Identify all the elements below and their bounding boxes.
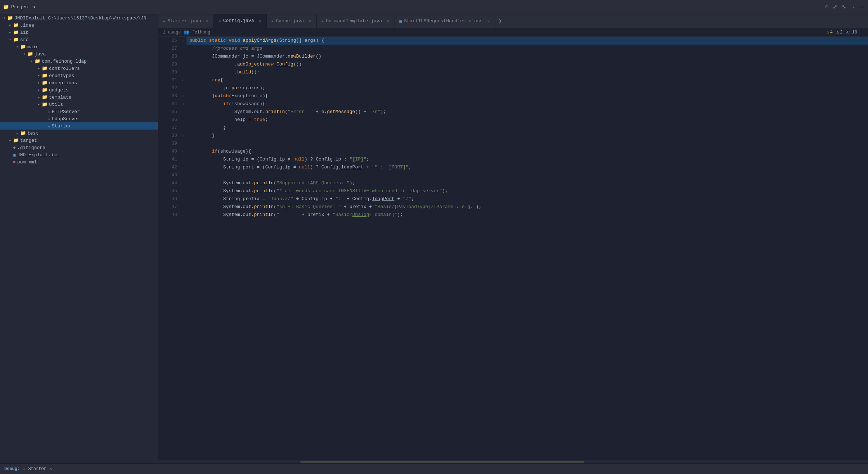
- minimize-icon[interactable]: —: [859, 3, 865, 11]
- close-debug-button[interactable]: ✕: [49, 466, 52, 471]
- target-icon[interactable]: ⊙: [824, 3, 830, 11]
- sidebar-item-enumtypes[interactable]: ▸ 📁 enumtypes: [0, 72, 158, 79]
- fold-marker[interactable]: ◁: [180, 100, 186, 108]
- sidebar-item-com-feihong[interactable]: ▾ 📁 com.feihong.ldap: [0, 58, 158, 65]
- sidebar-item-main[interactable]: ▾ 📁 main: [0, 43, 158, 50]
- sidebar-item-gitignore[interactable]: ◆ .gitignore: [0, 144, 158, 151]
- java-icon: ☕: [163, 18, 165, 24]
- tab-label: Cache.java: [276, 18, 304, 24]
- line-number: 26: [161, 37, 177, 45]
- tab-config[interactable]: ☕ Config.java ✕: [214, 14, 267, 28]
- fold-marker[interactable]: ◁: [180, 76, 186, 84]
- sidebar-item-idea[interactable]: ▸ 📁 .idea: [0, 22, 158, 29]
- sidebar-item-lib[interactable]: ▸ 📁 lib: [0, 29, 158, 36]
- arrow-icon: ▾: [29, 59, 35, 63]
- code-content[interactable]: public static void applyCmdArgs(String[]…: [186, 37, 868, 460]
- project-label[interactable]: 📁 Project ▾: [3, 4, 36, 10]
- close-tab-button[interactable]: ✕: [307, 18, 312, 24]
- sidebar-item-jndiexploit[interactable]: ▾ 📁 JNDIExploit C:\Users\15137\Desktop\W…: [0, 14, 158, 22]
- arrow-icon: ▸: [14, 131, 20, 135]
- fold-marker[interactable]: ◁: [180, 37, 186, 45]
- sidebar-item-gadgets[interactable]: ▸ 📁 gadgets: [0, 86, 158, 94]
- sidebar-item-template[interactable]: ▸ 📁 template: [0, 94, 158, 101]
- arrow-icon: ▸: [7, 23, 13, 27]
- code-line-31: try{: [186, 76, 868, 84]
- menu-icon[interactable]: ⋮: [849, 3, 858, 11]
- arrow-icon: ▾: [1, 16, 7, 20]
- tab-starter[interactable]: ☕ Starter.java ✕: [158, 14, 214, 28]
- warning-count: 2: [840, 30, 842, 35]
- arrow-icon: ▸: [36, 88, 42, 92]
- sidebar-item-exceptions[interactable]: ▸ 📁 exceptions: [0, 79, 158, 86]
- file-icon: ▣: [13, 152, 16, 158]
- tab-starttls[interactable]: ▣ StartTLSRequestHandler.class ✕: [395, 14, 495, 28]
- code-line-33: }catch(Exception e){: [186, 92, 868, 100]
- sidebar-item-pomxml[interactable]: ✖ pom.xml: [0, 158, 158, 166]
- expand-icon[interactable]: ⤢: [831, 3, 839, 11]
- sidebar-item-label: gadgets: [49, 87, 69, 93]
- line-number: 38: [161, 132, 177, 140]
- code-line-36: help = true;: [186, 116, 868, 124]
- folder-icon: 📁: [42, 94, 48, 100]
- sidebar-item-test[interactable]: ▸ 📁 test: [0, 130, 158, 137]
- java-icon: ☕: [48, 116, 50, 122]
- folder-icon: 📁: [42, 87, 48, 93]
- line-number: 37: [161, 124, 177, 132]
- arrow-icon: ▾: [14, 45, 20, 49]
- sidebar-item-label: enumtypes: [49, 73, 74, 78]
- sidebar-item-ldapserver[interactable]: ☕ LdapServer: [0, 115, 158, 122]
- sidebar-item-utils[interactable]: ▸ 📁 utils: [0, 101, 158, 108]
- sidebar-item-src[interactable]: ▾ 📁 src: [0, 36, 158, 43]
- user-icon: 👥: [184, 30, 189, 35]
- code-line-42: String port = (Config.ip ≠ null) ? Confi…: [186, 163, 868, 171]
- line-number: 45: [161, 187, 177, 195]
- warning-count: 4: [830, 30, 833, 35]
- sidebar-item-controllers[interactable]: ▸ 📁 controllers: [0, 65, 158, 72]
- tab-label: StartTLSRequestHandler.class: [404, 18, 482, 24]
- arrow-icon: ▸: [7, 30, 13, 35]
- fold-marker: [180, 163, 186, 171]
- code-line-34: if(!showUsage){: [186, 100, 868, 108]
- close-tab-button[interactable]: ✕: [258, 18, 262, 23]
- arrow-icon: ▸: [36, 66, 42, 71]
- code-editor[interactable]: 26 27 28 29 30 31 32 33 34 35 36 37 38 3…: [158, 37, 868, 460]
- horizontal-scrollbar[interactable]: [158, 460, 868, 463]
- scroll-thumb[interactable]: [300, 461, 584, 463]
- sidebar-item-label: exceptions: [49, 80, 77, 86]
- code-line-27: //process cmd args: [186, 45, 868, 53]
- close-tab-button[interactable]: ✕: [486, 18, 491, 24]
- warning-badge-2: ⚠ 2: [836, 30, 842, 35]
- class-icon: ▣: [399, 18, 402, 24]
- line-number: 46: [161, 195, 177, 203]
- sidebar-item-target[interactable]: ▸ 📁 target: [0, 137, 158, 144]
- fold-marker[interactable]: ◁: [180, 92, 186, 100]
- code-line-41: String ip = (Config.ip ≠ null) ? Config.…: [186, 155, 868, 163]
- folder-icon: 📁: [42, 73, 48, 78]
- project-name: Project: [11, 4, 31, 10]
- arrow-icon: ▾: [22, 52, 27, 56]
- line-number: 29: [161, 60, 177, 68]
- sidebar-item-starter[interactable]: ☕ Starter: [0, 122, 158, 130]
- close-tab-button[interactable]: ✕: [386, 18, 390, 24]
- tab-label: CommandTemplate.java: [326, 18, 382, 24]
- tab-overflow-button[interactable]: ❯: [495, 14, 505, 28]
- fold-marker[interactable]: ◁: [180, 132, 186, 140]
- fold-marker: [180, 108, 186, 116]
- fold-marker[interactable]: ◁: [180, 148, 186, 155]
- tab-cache[interactable]: ☕ Cache.java ✕: [267, 14, 317, 28]
- sidebar-item-label: com.feihong.ldap: [42, 59, 87, 64]
- tab-commandtemplate[interactable]: ☕ CommandTemplate.java ✕: [317, 14, 395, 28]
- line-number: 43: [161, 171, 177, 179]
- starter-run-label: Starter: [28, 466, 46, 471]
- debug-label: Debug:: [4, 466, 20, 471]
- sidebar-item-java[interactable]: ▾ 📁 java: [0, 50, 158, 58]
- sidebar-item-httpserver[interactable]: ☕ HTTPServer: [0, 108, 158, 115]
- close-tab-button[interactable]: ✕: [205, 18, 210, 24]
- line-number: 34: [161, 100, 177, 108]
- info-badge: A↑ 18: [846, 30, 857, 35]
- code-line-40: if(showUsage){: [186, 148, 868, 155]
- fold-marker: [180, 53, 186, 60]
- sidebar-item-iml[interactable]: ▣ JNDIExploit.iml: [0, 151, 158, 158]
- top-bar: 📁 Project ▾ ⊙ ⤢ ⤡ ⋮ —: [0, 0, 868, 14]
- collapse-icon[interactable]: ⤡: [840, 3, 848, 11]
